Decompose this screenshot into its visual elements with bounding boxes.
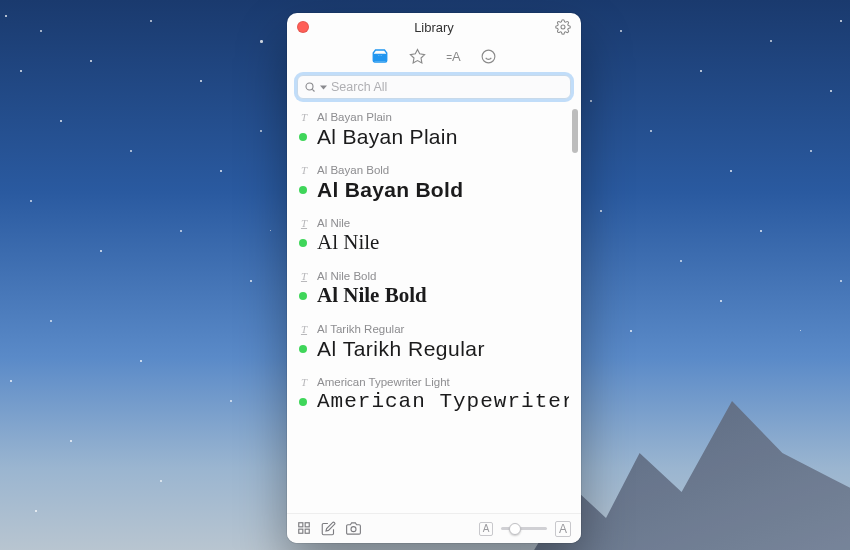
- font-name-label: American Typewriter Light: [317, 376, 450, 388]
- smile-icon: [480, 48, 497, 65]
- font-preview: Al Nile Bold: [317, 284, 427, 307]
- star-icon: [409, 48, 426, 65]
- search-field[interactable]: [297, 75, 571, 99]
- font-row[interactable]: TAl Tarikh RegularAl Tarikh Regular: [287, 317, 581, 370]
- active-status-dot: [299, 292, 307, 300]
- font-name-label: Al Nile Bold: [317, 270, 376, 282]
- font-name-label: Al Bayan Bold: [317, 164, 389, 176]
- svg-point-5: [306, 83, 313, 90]
- font-name-label: Al Bayan Plain: [317, 111, 392, 123]
- tab-favorites[interactable]: [409, 48, 426, 65]
- active-status-dot: [299, 186, 307, 194]
- font-row[interactable]: TAl Nile BoldAl Nile Bold: [287, 264, 581, 317]
- font-row[interactable]: TAmerican Typewriter LightAmerican Typew…: [287, 370, 581, 423]
- font-row[interactable]: TAl Bayan PlainAl Bayan Plain: [287, 105, 581, 158]
- svg-line-6: [312, 89, 314, 91]
- svg-point-0: [561, 25, 565, 29]
- tray-icon: [371, 47, 389, 65]
- slider-knob[interactable]: [509, 523, 521, 535]
- tab-compare[interactable]: =A: [446, 50, 460, 63]
- search-icon: [304, 81, 316, 93]
- font-row[interactable]: TAl NileAl Nile: [287, 211, 581, 264]
- font-preview: Al Bayan Plain: [317, 125, 458, 148]
- window-title: Library: [414, 20, 454, 35]
- svg-marker-1: [411, 49, 425, 62]
- tab-library[interactable]: [371, 47, 389, 65]
- font-preview: American Typewriter Li: [317, 390, 569, 413]
- search-scope-chevron[interactable]: [320, 84, 327, 91]
- titlebar: Library: [287, 13, 581, 41]
- font-preview: Al Tarikh Regular: [317, 337, 485, 360]
- library-window: Library =A TAl Bayan PlainAl: [287, 13, 581, 543]
- chevron-down-icon: [320, 84, 327, 91]
- gear-icon: [555, 19, 571, 35]
- font-preview: Al Bayan Bold: [317, 178, 463, 201]
- font-list: TAl Bayan PlainAl Bayan PlainTAl Bayan B…: [287, 105, 581, 513]
- svg-rect-8: [299, 523, 303, 527]
- svg-point-2: [482, 50, 495, 63]
- svg-marker-7: [320, 85, 327, 89]
- traffic-lights: [297, 21, 309, 33]
- font-format-icon: T: [299, 323, 309, 335]
- font-name-label: Al Tarikh Regular: [317, 323, 404, 335]
- compose-button[interactable]: [321, 521, 336, 536]
- tab-bar: =A: [287, 41, 581, 71]
- active-status-dot: [299, 133, 307, 141]
- svg-point-12: [351, 527, 356, 532]
- size-large-button[interactable]: A: [555, 521, 571, 537]
- svg-rect-10: [299, 529, 303, 533]
- active-status-dot: [299, 239, 307, 247]
- font-preview: Al Nile: [317, 231, 379, 254]
- font-format-icon: T: [299, 270, 309, 282]
- font-name-label: Al Nile: [317, 217, 350, 229]
- font-format-icon: T: [299, 111, 309, 123]
- view-grid-button[interactable]: [297, 521, 311, 536]
- svg-rect-9: [305, 523, 309, 527]
- font-format-icon: T: [299, 164, 309, 176]
- search-input[interactable]: [331, 80, 564, 94]
- font-format-icon: T: [299, 217, 309, 229]
- compare-icon: =A: [446, 50, 460, 63]
- tab-emoji[interactable]: [480, 48, 497, 65]
- compose-icon: [321, 521, 336, 536]
- camera-icon: [346, 521, 361, 536]
- scrollbar-thumb[interactable]: [572, 109, 578, 153]
- svg-rect-11: [305, 529, 309, 533]
- close-button[interactable]: [297, 21, 309, 33]
- search-row: [287, 71, 581, 105]
- active-status-dot: [299, 398, 307, 406]
- preview-size-slider[interactable]: [501, 527, 547, 530]
- footer-toolbar: A A: [287, 513, 581, 543]
- camera-button[interactable]: [346, 521, 361, 536]
- active-status-dot: [299, 345, 307, 353]
- font-row[interactable]: TAl Bayan BoldAl Bayan Bold: [287, 158, 581, 211]
- grid-icon: [297, 521, 311, 535]
- font-format-icon: T: [299, 376, 309, 388]
- settings-button[interactable]: [555, 19, 571, 35]
- size-small-button[interactable]: A: [479, 522, 493, 536]
